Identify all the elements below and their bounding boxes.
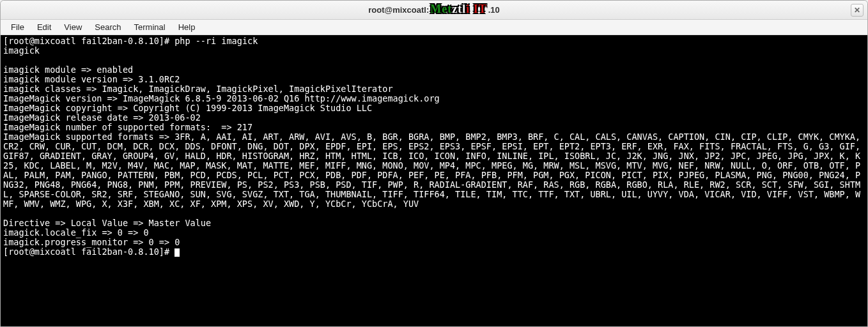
cursor-block — [174, 248, 180, 257]
close-button[interactable]: ✕ — [851, 4, 864, 17]
menu-search[interactable]: Search — [88, 21, 127, 33]
window-title: root@mixcoatl: Metztli IT .10 — [368, 3, 500, 17]
menu-view[interactable]: View — [58, 21, 88, 33]
menu-file[interactable]: File — [4, 21, 31, 33]
menu-edit[interactable]: Edit — [31, 21, 58, 33]
menu-terminal[interactable]: Terminal — [128, 21, 172, 33]
prompt-1: [root@mixcoatl fail2ban-0.8.10]# — [3, 36, 174, 46]
title-text-right: .10 — [488, 5, 500, 15]
menubar: File Edit View Search Terminal Help — [1, 20, 867, 35]
prompt-2: [root@mixcoatl fail2ban-0.8.10]# — [3, 247, 174, 257]
menu-help[interactable]: Help — [172, 21, 202, 33]
close-icon: ✕ — [854, 6, 860, 15]
terminal-output[interactable]: [root@mixcoatl fail2ban-0.8.10]# php --r… — [1, 35, 867, 326]
output-body: imagick imagick module => enabled imagic… — [3, 45, 865, 247]
titlebar[interactable]: root@mixcoatl: Metztli IT .10 ✕ — [1, 1, 867, 20]
title-text-left: root@mixcoatl: — [368, 5, 429, 15]
brand-logo: Metztli IT — [429, 3, 488, 16]
terminal-window: root@mixcoatl: Metztli IT .10 ✕ File Edi… — [0, 0, 868, 327]
command-text: php --ri imagick — [174, 36, 258, 46]
